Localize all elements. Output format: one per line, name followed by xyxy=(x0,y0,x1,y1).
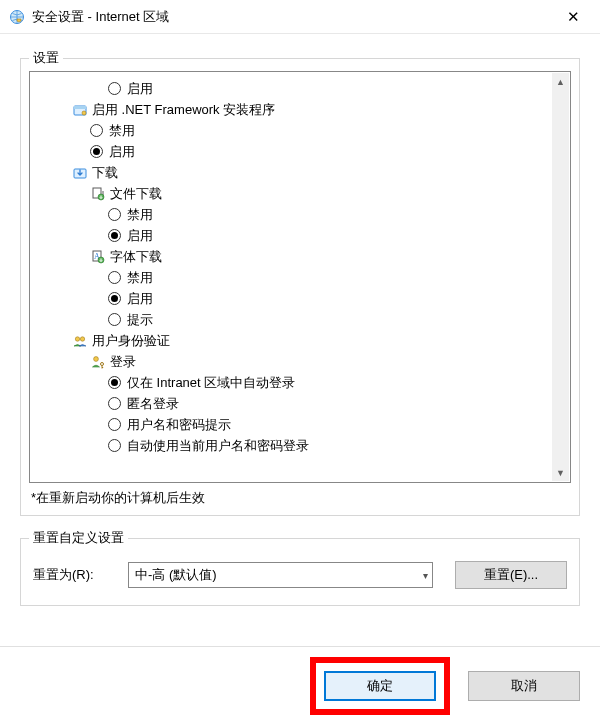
radio-option[interactable]: 启用 xyxy=(30,78,570,99)
radio-off-icon xyxy=(108,418,121,431)
users-icon xyxy=(72,333,88,349)
cancel-button[interactable]: 取消 xyxy=(468,671,580,701)
dialog-buttons: 确定 取消 xyxy=(0,646,600,724)
radio-option[interactable]: 禁用 xyxy=(30,267,570,288)
radio-option[interactable]: 匿名登录 xyxy=(30,393,570,414)
globe-security-icon xyxy=(8,8,26,26)
window-title: 安全设置 - Internet 区域 xyxy=(32,8,169,26)
option-label: 启用 xyxy=(127,288,153,309)
svg-point-11 xyxy=(80,336,84,340)
scrollbar[interactable]: ▲ ▼ xyxy=(552,73,569,481)
scroll-up-icon[interactable]: ▲ xyxy=(552,73,569,90)
settings-group: 设置 启用 启用 .NET Framework 安装程序 禁用 xyxy=(20,58,580,516)
category-auth[interactable]: 用户身份验证 xyxy=(30,330,570,351)
option-label: 禁用 xyxy=(127,204,153,225)
reset-group: 重置自定义设置 重置为(R): 中-高 (默认值) ▾ 重置(E)... xyxy=(20,538,580,606)
close-button[interactable]: ✕ xyxy=(550,2,596,32)
reset-button-label: 重置(E)... xyxy=(484,566,538,584)
ok-highlight-box: 确定 xyxy=(310,657,450,715)
font-download-icon: A xyxy=(90,249,106,265)
option-label: 提示 xyxy=(127,309,153,330)
radio-off-icon xyxy=(90,124,103,137)
radio-off-icon xyxy=(108,82,121,95)
svg-point-13 xyxy=(101,362,104,365)
svg-point-3 xyxy=(82,111,86,115)
subcategory-file-download[interactable]: 文件下载 xyxy=(30,183,570,204)
restart-footnote: *在重新启动你的计算机后生效 xyxy=(31,489,571,507)
chevron-down-icon: ▾ xyxy=(423,570,428,581)
package-icon xyxy=(72,102,88,118)
close-icon: ✕ xyxy=(567,9,580,24)
option-label: 禁用 xyxy=(109,120,135,141)
user-key-icon xyxy=(90,354,106,370)
radio-option[interactable]: 禁用 xyxy=(30,204,570,225)
subcategory-login[interactable]: 登录 xyxy=(30,351,570,372)
radio-option[interactable]: 启用 xyxy=(30,141,570,162)
ok-button-label: 确定 xyxy=(367,677,393,695)
option-label: 启用 xyxy=(127,78,153,99)
radio-on-icon xyxy=(90,145,103,158)
radio-off-icon xyxy=(108,208,121,221)
option-label: 仅在 Intranet 区域中自动登录 xyxy=(127,372,295,393)
radio-on-icon xyxy=(108,376,121,389)
ok-button[interactable]: 确定 xyxy=(324,671,436,701)
settings-tree[interactable]: 启用 启用 .NET Framework 安装程序 禁用 启用 xyxy=(29,71,571,483)
combo-value: 中-高 (默认值) xyxy=(135,566,217,584)
reset-button[interactable]: 重置(E)... xyxy=(455,561,567,589)
radio-off-icon xyxy=(108,397,121,410)
category-netfx[interactable]: 启用 .NET Framework 安装程序 xyxy=(30,99,570,120)
subcategory-label: 文件下载 xyxy=(110,183,162,204)
option-label: 用户名和密码提示 xyxy=(127,414,231,435)
radio-off-icon xyxy=(108,271,121,284)
option-label: 匿名登录 xyxy=(127,393,179,414)
option-label: 禁用 xyxy=(127,267,153,288)
reset-to-label: 重置为(R): xyxy=(33,566,128,584)
radio-option[interactable]: 启用 xyxy=(30,288,570,309)
cancel-button-label: 取消 xyxy=(511,677,537,695)
reset-group-label: 重置自定义设置 xyxy=(29,529,128,547)
titlebar: 安全设置 - Internet 区域 ✕ xyxy=(0,0,600,34)
category-label: 用户身份验证 xyxy=(92,330,170,351)
radio-option[interactable]: 自动使用当前用户名和密码登录 xyxy=(30,435,570,456)
subcategory-label: 登录 xyxy=(110,351,136,372)
svg-rect-2 xyxy=(74,106,86,109)
reset-level-combo[interactable]: 中-高 (默认值) ▾ xyxy=(128,562,433,588)
radio-option[interactable]: 启用 xyxy=(30,225,570,246)
option-label: 自动使用当前用户名和密码登录 xyxy=(127,435,309,456)
download-icon xyxy=(72,165,88,181)
svg-point-12 xyxy=(94,356,99,361)
radio-on-icon xyxy=(108,229,121,242)
scroll-down-icon[interactable]: ▼ xyxy=(552,464,569,481)
file-download-icon xyxy=(90,186,106,202)
radio-option[interactable]: 禁用 xyxy=(30,120,570,141)
settings-label: 设置 xyxy=(29,49,63,67)
subcategory-label: 字体下载 xyxy=(110,246,162,267)
subcategory-font-download[interactable]: A 字体下载 xyxy=(30,246,570,267)
svg-point-10 xyxy=(75,336,79,340)
radio-option[interactable]: 用户名和密码提示 xyxy=(30,414,570,435)
radio-on-icon xyxy=(108,292,121,305)
category-label: 下载 xyxy=(92,162,118,183)
radio-off-icon xyxy=(108,439,121,452)
option-label: 启用 xyxy=(127,225,153,246)
radio-option[interactable]: 提示 xyxy=(30,309,570,330)
category-download[interactable]: 下载 xyxy=(30,162,570,183)
category-label: 启用 .NET Framework 安装程序 xyxy=(92,99,275,120)
option-label: 启用 xyxy=(109,141,135,162)
radio-off-icon xyxy=(108,313,121,326)
radio-option[interactable]: 仅在 Intranet 区域中自动登录 xyxy=(30,372,570,393)
